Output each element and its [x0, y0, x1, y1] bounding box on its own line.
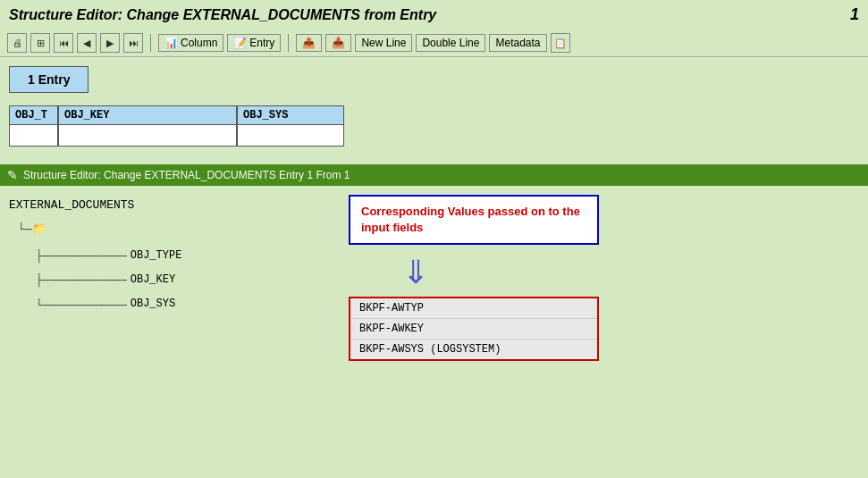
tree-item-obj-key[interactable]: OBJ_KEY: [131, 271, 175, 290]
page-number: 1: [850, 5, 859, 24]
tree-root: EXTERNAL_DOCUMENTS └─ 📁 ├──────────── OB…: [9, 195, 331, 315]
next-button[interactable]: ▶: [100, 33, 120, 53]
folder-icon: 📁: [32, 219, 46, 239]
table-row: [9, 125, 859, 147]
new-line-button[interactable]: New Line: [355, 34, 412, 52]
metadata-button[interactable]: Metadata: [489, 34, 546, 52]
cell-obj-sys[interactable]: [237, 125, 344, 147]
edit-icon: ✎: [7, 168, 18, 182]
value-row-1: BKPF-AWTYP: [350, 298, 597, 319]
page-title: Structure Editor: Change EXTERNAL_DOCUME…: [9, 7, 436, 23]
values-table: BKPF-AWTYP BKPF-AWKEY BKPF-AWSYS (LOGSYS…: [349, 297, 599, 361]
column-button[interactable]: 📊 Column: [158, 34, 223, 52]
column-icon: 📊: [164, 37, 178, 49]
last-button[interactable]: ⏭: [123, 33, 143, 53]
tree-item-obj-sys[interactable]: OBJ_SYS: [131, 295, 175, 314]
export-button[interactable]: 📤: [296, 34, 322, 52]
cell-obj-key[interactable]: [58, 125, 237, 147]
col-header-obj-sys: OBJ_SYS: [237, 105, 344, 125]
import-icon: 📥: [332, 37, 345, 49]
prev-button[interactable]: ◀: [77, 33, 97, 53]
annotation-box: Corresponding Values passed on to the in…: [349, 195, 599, 245]
export-icon: 📤: [302, 37, 316, 49]
copy-button[interactable]: 📋: [551, 33, 570, 53]
tree-item-obj-type[interactable]: OBJ_TYPE: [131, 247, 182, 266]
print-button[interactable]: 🖨: [7, 33, 27, 53]
value-row-3: BKPF-AWSYS (LOGSYSTEM): [350, 340, 597, 359]
col-header-obj-key: OBJ_KEY: [58, 105, 237, 125]
sep1: [150, 34, 151, 52]
right-panel: Corresponding Values passed on to the in…: [349, 195, 859, 361]
double-line-button[interactable]: Double Line: [416, 34, 485, 52]
title-bar: Structure Editor: Change EXTERNAL_DOCUME…: [0, 0, 868, 29]
tree-root-node: EXTERNAL_DOCUMENTS: [9, 195, 331, 215]
tree-button[interactable]: ⊞: [30, 33, 50, 53]
entry-count-box: 1 Entry: [9, 66, 88, 93]
first-button[interactable]: ⏮: [54, 33, 73, 53]
bottom-panel: EXTERNAL_DOCUMENTS └─ 📁 ├──────────── OB…: [0, 186, 868, 361]
data-table: OBJ_T OBJ_KEY OBJ_SYS: [9, 105, 859, 147]
entry-button[interactable]: 📝 Entry: [227, 34, 281, 52]
main-content: 1 Entry OBJ_T OBJ_KEY OBJ_SYS: [0, 57, 868, 164]
cell-obj-t[interactable]: [9, 125, 58, 147]
entry-icon: 📝: [233, 37, 247, 49]
green-status-bar: ✎ Structure Editor: Change EXTERNAL_DOCU…: [0, 164, 868, 186]
sep2: [288, 34, 289, 52]
value-row-2: BKPF-AWKEY: [350, 319, 597, 340]
toolbar: 🖨 ⊞ ⏮ ◀ ▶ ⏭ 📊 Column 📝 Entry 📤 📥 New Lin…: [0, 29, 868, 57]
import-button[interactable]: 📥: [325, 34, 351, 52]
col-header-obj-t: OBJ_T: [9, 105, 58, 125]
arrow-down-icon: ⇓: [402, 254, 429, 291]
tree-panel: EXTERNAL_DOCUMENTS └─ 📁 ├──────────── OB…: [9, 195, 331, 361]
table-header: OBJ_T OBJ_KEY OBJ_SYS: [9, 105, 859, 125]
